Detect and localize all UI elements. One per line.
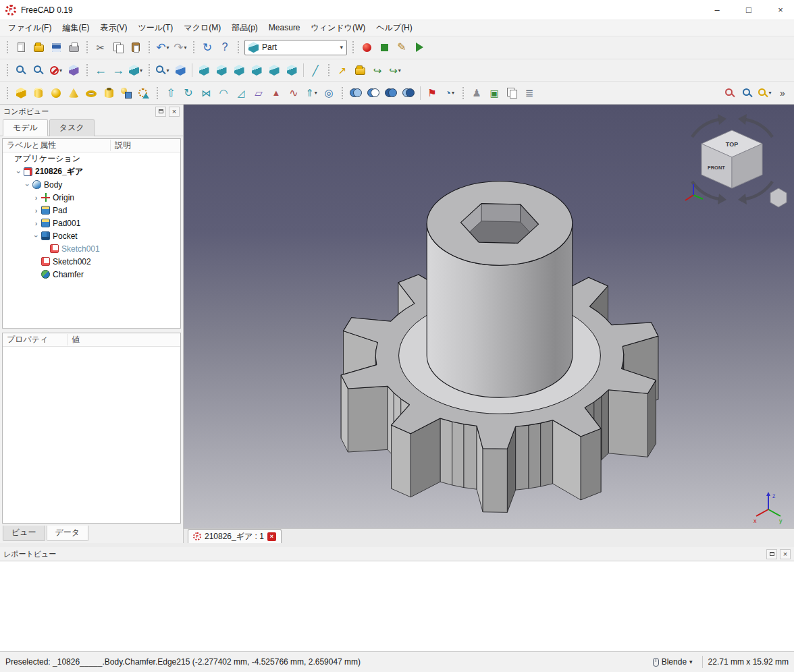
boolean-cut-button[interactable] <box>365 84 382 102</box>
navigation-cube[interactable]: TOP FRONT <box>673 113 791 213</box>
part-box-button[interactable] <box>12 84 30 102</box>
print-button[interactable] <box>65 38 82 56</box>
menu-tools[interactable]: ツール(T) <box>132 20 178 36</box>
menu-edit[interactable]: 編集(E) <box>57 20 95 36</box>
revolve-button[interactable]: ↻ <box>180 84 197 102</box>
combo-view-float-button[interactable] <box>155 107 166 117</box>
menu-help[interactable]: ヘルプ(H) <box>371 20 418 36</box>
mirror-button[interactable]: ⋈ <box>197 84 215 102</box>
tree-item-sketch001[interactable]: Sketch001 <box>3 242 180 255</box>
extrude-button[interactable]: ⇧ <box>162 84 180 102</box>
tree-item-origin[interactable]: ›Origin <box>3 191 180 204</box>
toolbar-grip[interactable] <box>148 63 151 77</box>
toolbar-overflow-button[interactable]: » <box>774 84 791 102</box>
boolean-common-button[interactable] <box>400 84 417 102</box>
toolbar-grip[interactable] <box>237 40 240 54</box>
section-button[interactable]: ⚑ <box>423 84 441 102</box>
toolbar-grip[interactable] <box>341 86 344 100</box>
tree-item-body[interactable]: ›Body <box>3 178 180 191</box>
nav-forward-button[interactable]: → <box>109 61 127 79</box>
macro-stop-button[interactable] <box>375 38 393 56</box>
whats-this-button[interactable]: ? <box>216 38 234 56</box>
expander-icon[interactable]: › <box>32 231 41 240</box>
offset-dropdown-arrow[interactable]: ▾ <box>315 90 317 96</box>
report-view-float-button[interactable] <box>766 549 777 559</box>
toolbar-grip[interactable] <box>352 40 354 54</box>
undo-button[interactable]: ↶▾ <box>154 38 171 56</box>
tree-item-pad001[interactable]: ›Pad001 <box>3 217 180 229</box>
menu-measure[interactable]: Measure <box>263 20 306 36</box>
refresh-button[interactable]: ↻ <box>198 38 216 56</box>
toolbar-grip[interactable] <box>86 40 88 54</box>
fit-all-button[interactable] <box>12 61 30 79</box>
tree-item-sketch002[interactable]: Sketch002 <box>3 255 180 268</box>
expander-icon[interactable]: › <box>32 206 41 215</box>
part-cylinder-button[interactable] <box>30 84 47 102</box>
edit-placement-button[interactable]: ♟ <box>468 84 485 102</box>
view-bottom-button[interactable] <box>265 61 283 79</box>
expander-icon[interactable]: › <box>24 180 32 189</box>
view-front-button[interactable] <box>195 61 213 79</box>
expander-icon[interactable]: › <box>32 219 41 227</box>
paste-button[interactable] <box>127 38 144 56</box>
tab-model[interactable]: モデル <box>3 119 48 136</box>
toolbar-grip[interactable] <box>6 40 9 54</box>
menu-file[interactable]: ファイル(F) <box>3 20 57 36</box>
shape-builder-button[interactable] <box>135 84 153 102</box>
expander-icon[interactable]: › <box>15 167 23 176</box>
measure-tools-dropdown-arrow[interactable]: ▾ <box>768 90 771 96</box>
view-left-button[interactable] <box>283 61 300 79</box>
minimize-button[interactable]: – <box>704 0 731 20</box>
macro-execute-button[interactable] <box>411 38 428 56</box>
make-link-button[interactable]: ↗ <box>334 61 351 79</box>
stereo-view-button[interactable] <box>65 61 82 79</box>
maximize-button[interactable]: □ <box>735 0 762 20</box>
draw-style-dropdown-arrow[interactable]: ▾ <box>59 67 62 74</box>
chamfer-tool-button[interactable]: ◿ <box>232 84 250 102</box>
menu-macro[interactable]: マクロ(M) <box>178 20 226 36</box>
part-cone-button[interactable] <box>65 84 82 102</box>
open-file-button[interactable] <box>30 38 47 56</box>
menu-view[interactable]: 表示(V) <box>95 20 132 36</box>
menu-part[interactable]: 部品(p) <box>226 20 263 36</box>
redo-dropdown-arrow[interactable]: ▾ <box>184 45 187 51</box>
macro-edit-button[interactable]: ✎ <box>393 38 411 56</box>
toolbar-grip[interactable] <box>148 40 151 54</box>
draw-style-button[interactable]: ▾ <box>47 61 65 79</box>
measure-distance-button[interactable]: ╱ <box>307 61 324 79</box>
tree-item-pocket[interactable]: ›Pocket <box>3 229 180 242</box>
navcube-front-label[interactable]: FRONT <box>708 165 725 171</box>
view-rear-button[interactable] <box>248 61 265 79</box>
import-links-button[interactable]: ↪ <box>369 61 386 79</box>
navcube-body[interactable] <box>702 130 762 188</box>
zoom-tools-dropdown-arrow[interactable]: ▾ <box>166 67 169 74</box>
part-torus-button[interactable] <box>82 84 100 102</box>
document-tab-close-button[interactable]: × <box>267 532 276 541</box>
nav-back-button[interactable]: ← <box>92 61 109 79</box>
simple-copy-button[interactable] <box>503 84 521 102</box>
link-navigate-dropdown-arrow[interactable]: ▾ <box>140 67 142 74</box>
combo-view-close-button[interactable]: × <box>169 107 180 117</box>
copy-button[interactable] <box>109 38 127 56</box>
create-group-button[interactable] <box>351 61 369 79</box>
part-sphere-button[interactable] <box>47 84 65 102</box>
fit-selection-button[interactable] <box>30 61 47 79</box>
undo-dropdown-arrow[interactable]: ▾ <box>167 45 169 51</box>
gear-model[interactable] <box>341 181 658 513</box>
view-top-button[interactable] <box>213 61 230 79</box>
zoom-tools-button[interactable]: ▾ <box>154 61 171 79</box>
sweep-button[interactable]: ∿ <box>285 84 302 102</box>
offset-button[interactable]: ⇑▾ <box>302 84 320 102</box>
tab-data[interactable]: データ <box>47 526 89 541</box>
toolbar-grip[interactable] <box>6 63 9 77</box>
save-file-button[interactable] <box>47 38 65 56</box>
document-tab[interactable]: F 210826_ギア : 1 × <box>188 529 282 543</box>
tree-item-document[interactable]: ›210826_ギア <box>3 165 180 178</box>
toolbar-grip[interactable] <box>156 86 159 100</box>
measure-tools-button[interactable]: ▾ <box>756 84 774 102</box>
report-view-close-button[interactable]: × <box>780 549 791 559</box>
import-all-links-dropdown-arrow[interactable]: ▾ <box>398 67 401 74</box>
link-navigate-button[interactable]: ▾ <box>127 61 144 79</box>
macro-record-button[interactable] <box>358 38 375 56</box>
3d-viewport[interactable]: TOP FRONT z y x <box>184 105 794 528</box>
